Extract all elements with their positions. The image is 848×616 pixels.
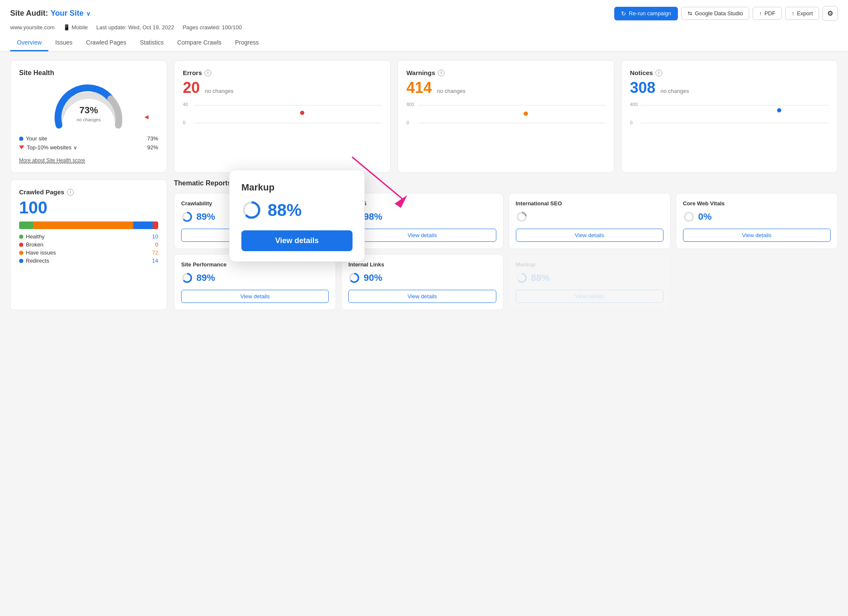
settings-button[interactable]: ⚙ <box>823 6 838 21</box>
top10-value: 92% <box>147 144 158 151</box>
tab-progress[interactable]: Progress <box>228 35 266 51</box>
redirects-segment <box>133 221 153 229</box>
tab-compare-crawls[interactable]: Compare Crawls <box>171 35 228 51</box>
healthy-value: 10 <box>152 233 158 240</box>
report-internal-links: Internal Links 90% View details <box>341 254 503 310</box>
mobile-icon: 📱 <box>63 24 70 31</box>
markup-ring-icon <box>516 272 528 284</box>
pdf-icon: ↑ <box>759 10 762 17</box>
crawled-pages-card: Crawled Pages i 100 Healthy 10 <box>10 179 167 310</box>
core-web-vitals-score: 0% <box>698 211 712 222</box>
google-data-studio-button[interactable]: ⇆ Google Data Studio <box>681 7 749 20</box>
markup-popup: Markup 88% View details <box>229 170 365 262</box>
redirects-value: 14 <box>152 258 158 264</box>
svg-text:0: 0 <box>183 120 185 125</box>
svg-point-4 <box>300 111 304 115</box>
crawled-pages-progress-bar <box>19 221 158 229</box>
top10-chevron[interactable]: ∨ <box>73 145 77 151</box>
popup-score-value: 88% <box>268 201 302 220</box>
broken-segment <box>153 221 158 229</box>
crawled-pages-title: Crawled Pages i <box>19 188 158 196</box>
export-icon: ↑ <box>792 10 795 17</box>
bottom-section: Crawled Pages i 100 Healthy 10 <box>10 179 838 310</box>
top-header: Site Audit: Your Site ∨ ↻ Re-run campaig… <box>0 0 848 52</box>
svg-text:800: 800 <box>406 102 414 107</box>
crawlability-ring-icon <box>181 211 193 223</box>
warnings-info-icon[interactable]: i <box>438 70 445 76</box>
your-site-value: 73% <box>147 135 158 142</box>
legend-broken: Broken 0 <box>19 241 158 248</box>
popup-view-details-button[interactable]: View details <box>241 230 353 251</box>
healthy-dot <box>19 235 23 239</box>
report-site-performance: Site Performance 89% View details <box>174 254 336 310</box>
gear-icon: ⚙ <box>827 10 833 17</box>
warnings-chart-svg: 800 0 <box>406 101 605 126</box>
top-section: Site Health 73% no changes ◄ <box>10 60 838 173</box>
pdf-button[interactable]: ↑ PDF <box>753 7 782 20</box>
crawled-pages-value: 100 <box>19 198 158 217</box>
international-seo-name: International SEO <box>516 200 663 207</box>
pages-crawled: Pages crawled: 100/100 <box>182 24 241 31</box>
notices-change: no changes <box>660 88 689 94</box>
popup-title: Markup <box>241 182 353 193</box>
warnings-change: no changes <box>437 88 465 94</box>
refresh-icon: ↻ <box>621 10 626 17</box>
international-seo-view-button[interactable]: View details <box>516 229 663 242</box>
more-about-site-health-link[interactable]: More about Site Health score <box>19 157 85 164</box>
core-web-vitals-name: Core Web Vitals <box>683 200 831 207</box>
international-seo-score-row <box>516 211 663 223</box>
svg-point-21 <box>685 213 693 221</box>
errors-info-icon[interactable]: i <box>204 70 211 76</box>
internal-links-ring-icon <box>348 272 360 284</box>
your-site-label: Your site <box>26 135 47 142</box>
broken-dot <box>19 243 23 247</box>
header-actions: ↻ Re-run campaign ⇆ Google Data Studio ↑… <box>614 6 838 21</box>
site-audit-label: Site Audit: <box>10 9 48 18</box>
export-button[interactable]: ↑ Export <box>785 7 819 20</box>
site-health-card: Site Health 73% no changes ◄ <box>10 60 167 173</box>
markup-view-button[interactable]: View details <box>516 290 663 303</box>
internal-links-view-button[interactable]: View details <box>348 290 496 303</box>
notices-chart-svg: 400 0 <box>630 101 829 126</box>
internal-links-score-row: 90% <box>348 272 496 284</box>
warnings-card: Warnings i 414 no changes 800 0 <box>397 60 614 173</box>
https-view-button[interactable]: View details <box>348 229 496 242</box>
crawled-pages-info-icon[interactable]: i <box>67 189 74 196</box>
notices-info-icon[interactable]: i <box>655 70 662 76</box>
issues-segment <box>33 221 133 229</box>
site-performance-view-button[interactable]: View details <box>181 290 329 303</box>
site-performance-name: Site Performance <box>181 261 329 268</box>
errors-title: Errors i <box>183 69 382 76</box>
issues-value: 72 <box>152 249 158 256</box>
site-performance-score: 89% <box>196 272 215 283</box>
report-core-web-vitals: Core Web Vitals 0% View details <box>676 193 838 249</box>
header-row1: Site Audit: Your Site ∨ ↻ Re-run campaig… <box>10 6 838 21</box>
markup-score: 88% <box>531 272 550 283</box>
markup-name: Markup <box>516 261 663 268</box>
site-health-title: Site Health <box>19 69 158 77</box>
core-web-vitals-view-button[interactable]: View details <box>683 229 831 242</box>
legend-have-issues: Have issues 72 <box>19 249 158 256</box>
top10-legend: Top-10% websites ∨ 92% <box>19 144 158 151</box>
tab-crawled-pages[interactable]: Crawled Pages <box>79 35 133 51</box>
markup-score-row: 88% <box>516 272 663 284</box>
tab-issues[interactable]: Issues <box>48 35 79 51</box>
https-name: HTTPS <box>348 200 496 207</box>
top10-triangle <box>19 146 24 149</box>
crawlability-score: 89% <box>196 211 215 222</box>
svg-point-14 <box>777 108 781 112</box>
rerun-campaign-button[interactable]: ↻ Re-run campaign <box>614 7 678 20</box>
gauge-sub: no changes <box>77 117 101 122</box>
https-score-row: 98% <box>348 211 496 223</box>
site-name-chevron[interactable]: ∨ <box>86 10 90 17</box>
site-url: www.yoursite.com <box>10 24 55 31</box>
tab-overview[interactable]: Overview <box>10 35 48 51</box>
your-site-dot <box>19 137 23 141</box>
report-markup: Markup 88% View details <box>509 254 671 310</box>
international-seo-ring-icon <box>516 211 528 223</box>
healthy-segment <box>19 221 33 229</box>
last-update: Last update: Wed, Oct 19, 2022 <box>96 24 174 31</box>
gauge-percent: 73% <box>77 105 101 116</box>
tab-statistics[interactable]: Statistics <box>133 35 171 51</box>
legend-redirects: Redirects 14 <box>19 258 158 264</box>
